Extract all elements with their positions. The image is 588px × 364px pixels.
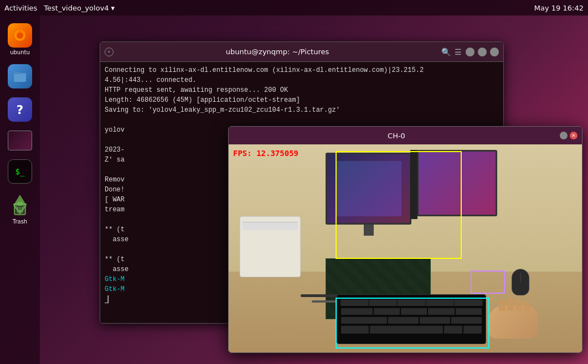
topbar-right: May 19 16:42 [534,4,584,12]
terminal-line-6 [105,115,499,125]
topbar: Activities Test_video_yolov4 ▾ May 19 16… [0,0,588,15]
help-icon: ? [8,97,32,122]
svg-rect-8 [17,202,23,204]
terminal-line-4: Length: 46862656 (45M) [application/octe… [105,95,499,105]
fps-display: FPS: 12.375059 [233,149,298,158]
terminal-line-5: Saving to: 'yolov4_leaky_spp_m-zcu102_zc… [105,105,499,115]
svg-rect-7 [13,204,27,205]
detection-box-monitor [336,151,462,259]
terminal-line-3: HTTP request sent, awaiting response... … [105,85,499,95]
terminal-maximize-button[interactable] [478,48,487,56]
ch0-close-button[interactable]: ✕ [570,132,577,139]
terminal-search-button[interactable]: 🔍 [441,48,450,56]
chevron-down-icon: ▾ [111,4,115,12]
terminal-titlebar: + ubuntu@zynqmp: ~/Pictures 🔍 ☰ [100,42,503,62]
desktop-thumbnail [8,131,32,150]
printer-slot [243,222,298,230]
window-title-text: Test_video_yolov4 [44,4,109,12]
window-title-area[interactable]: Test_video_yolov4 ▾ [44,4,115,12]
terminal-line-2: 4.56|:443... connected. [105,75,499,85]
terminal-title: ubuntu@zynqmp: ~/Pictures [117,48,438,56]
firefox-icon [8,23,32,48]
mouse [512,269,529,295]
content-area: + ubuntu@zynqmp: ~/Pictures 🔍 ☰ Connecti… [40,15,588,364]
camera-feed: FPS: 12.375059 [229,144,582,352]
dock-item-firefox[interactable]: ubuntu [6,21,34,58]
ch0-window[interactable]: CH-0 ✕ FPS: 12.375059 [228,126,582,353]
terminal-close-button[interactable] [490,48,499,56]
dock-item-terminal[interactable]: $_ [6,157,34,186]
dock-item-trash[interactable]: Trash [6,190,34,227]
dock-item-desktop-thumb[interactable] [6,128,34,153]
ch0-title: CH-0 [233,132,560,140]
dock-label-trash: Trash [13,219,27,225]
ch0-titlebar: CH-0 ✕ [229,127,582,144]
ch0-minimize-button[interactable] [560,132,568,139]
desktop: Activities Test_video_yolov4 ▾ May 19 16… [0,0,588,364]
trash-icon [8,193,32,217]
files-icon [8,64,32,89]
dock-item-files[interactable] [6,62,34,91]
detection-box-mouse [471,271,505,294]
terminal-line-1: Connecting to xilinx-ax-dl.entitlenow.co… [105,65,499,75]
terminal-cursor: ▊ [105,295,109,303]
ch0-body: FPS: 12.375059 [229,144,582,352]
svg-rect-2 [14,73,26,82]
topbar-left: Activities Test_video_yolov4 ▾ [4,4,115,12]
terminal-menu-button[interactable]: ☰ [453,48,462,56]
dock: ubuntu ? $_ [0,15,40,364]
dock-item-help[interactable]: ? [6,95,34,124]
terminal-dock-icon: $_ [8,159,32,184]
activities-button[interactable]: Activities [4,4,37,12]
datetime-display: May 19 16:42 [534,4,584,12]
hand [488,305,538,339]
detection-box-keyboard [336,298,489,349]
dock-label-firefox: ubuntu [10,49,30,55]
terminal-add-tab-button[interactable]: + [105,48,114,56]
terminal-minimize-button[interactable] [466,48,474,56]
